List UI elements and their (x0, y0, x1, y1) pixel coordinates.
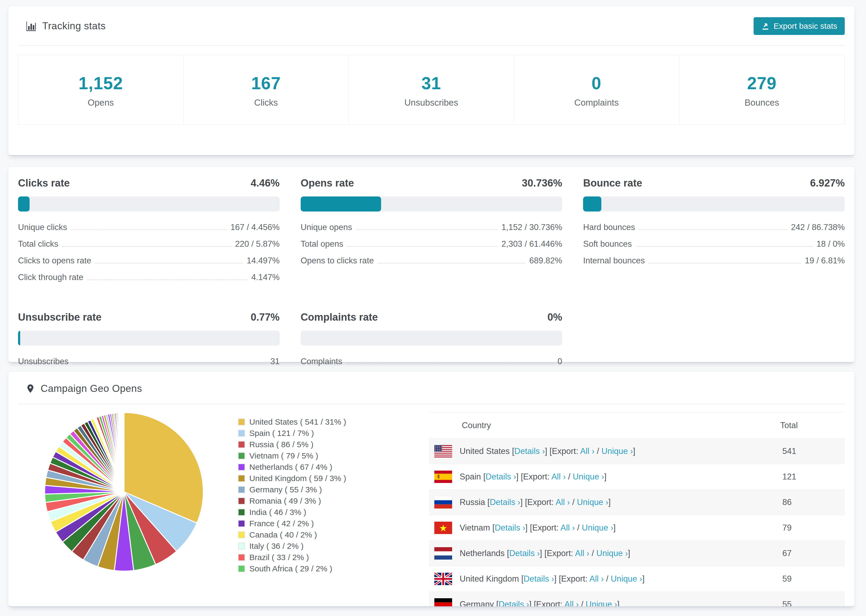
details-link[interactable]: Details › (486, 472, 516, 481)
detail-value: 2,303 / 61.446% (502, 239, 562, 249)
details-link[interactable]: Details › (490, 498, 520, 507)
rate-progress-fill (583, 196, 601, 212)
pie-slice-other-53[interactable] (124, 413, 124, 492)
legend-item-india: India ( 46 / 3% ) (238, 507, 399, 518)
stat-label: Bounces (679, 97, 844, 108)
country-links: United States [Details ›] [Export: All ›… (460, 446, 635, 456)
table-row-de: Germany [Details ›] [Export: All › / Uni… (429, 592, 845, 607)
rate-progress-fill (18, 196, 30, 212)
detail-value: 689.82% (529, 256, 562, 266)
gb-flag-icon (435, 573, 452, 585)
legend-item-romania: Romania ( 49 / 3% ) (238, 495, 399, 507)
export-basic-stats-button[interactable]: Export basic stats (754, 17, 845, 35)
rate-detail-row: Unique clicks167 / 4.456% (18, 222, 280, 233)
rate-title: Complaints rate (301, 311, 378, 323)
stat-value: 1,152 (18, 73, 183, 93)
table-row-nl: Netherlands [Details ›] [Export: All › /… (429, 541, 845, 566)
stat-cell-opens: 1,152Opens (18, 55, 183, 124)
details-link[interactable]: Details › (499, 600, 529, 607)
geo-header: Campaign Geo Opens (8, 371, 855, 404)
export-all-link[interactable]: All › (589, 574, 603, 583)
export-all-link[interactable]: All › (564, 600, 578, 607)
export-unique-link[interactable]: Unique › (586, 600, 617, 607)
legend-swatch (238, 509, 245, 516)
detail-value: 0 (557, 357, 562, 366)
detail-value: 242 / 86.738% (791, 222, 845, 233)
export-unique-link[interactable]: Unique › (582, 523, 613, 533)
export-unique-link[interactable]: Unique › (577, 498, 608, 507)
rate-header: Clicks rate4.46% (18, 178, 280, 189)
stat-value: 31 (349, 73, 514, 93)
rate-block-opens-rate: Opens rate30.736%Unique opens1,152 / 30.… (301, 175, 562, 289)
legend-label: South Africa ( 29 / 2% ) (249, 564, 332, 573)
export-all-link[interactable]: All › (561, 523, 575, 533)
header-divider (18, 45, 845, 46)
rate-title: Bounce rate (583, 178, 642, 189)
total-value: 79 (780, 515, 845, 541)
legend-label: France ( 42 / 2% ) (249, 519, 314, 528)
total-value: 55 (780, 592, 845, 607)
export-unique-link[interactable]: Unique › (573, 472, 604, 481)
de-flag-icon (435, 598, 452, 607)
export-unique-link[interactable]: Unique › (596, 548, 628, 558)
legend-item-south-africa: South Africa ( 29 / 2% ) (238, 563, 399, 574)
details-link[interactable]: Details › (494, 523, 525, 533)
rate-header: Unsubscribe rate0.77% (18, 311, 280, 323)
detail-value: 1,152 / 30.736% (502, 222, 562, 233)
rate-progress-fill (18, 331, 20, 346)
table-row-gb: United Kingdom [Details ›] [Export: All … (429, 566, 845, 592)
rate-title: Unsubscribe rate (18, 311, 101, 323)
export-all-link[interactable]: All › (580, 446, 594, 456)
column-header-country: Country (429, 413, 780, 438)
details-link[interactable]: Details › (514, 446, 545, 456)
legend-swatch (238, 498, 245, 504)
stat-label: Opens (18, 97, 183, 108)
dotted-leader (649, 263, 801, 263)
column-header-total: Total (780, 413, 845, 438)
export-unique-link[interactable]: Unique › (601, 446, 633, 456)
campaign-geo-opens-card: Campaign Geo Opens United States ( 541 /… (8, 371, 855, 607)
legend-item-united-kingdom: United Kingdom ( 59 / 3% ) (238, 473, 399, 484)
export-all-link[interactable]: All › (556, 498, 570, 507)
legend-item-spain: Spain ( 121 / 7% ) (238, 427, 399, 439)
stat-cell-bounces: 279Bounces (679, 55, 844, 124)
rate-block-unsubscribe-rate: Unsubscribe rate0.77%Unsubscribes31 (18, 309, 280, 373)
rate-detail-row: Click through rate4.147% (18, 272, 280, 283)
legend-item-vietnam: Vietnam ( 79 / 5% ) (238, 450, 399, 462)
rate-block-clicks-rate: Clicks rate4.46%Unique clicks167 / 4.456… (18, 175, 280, 289)
export-all-link[interactable]: All › (575, 548, 589, 558)
stat-label: Complaints (514, 97, 679, 108)
legend-label: Romania ( 49 / 3% ) (249, 497, 321, 506)
dotted-leader (639, 229, 787, 230)
legend-item-germany: Germany ( 55 / 3% ) (238, 484, 399, 495)
stats-summary-grid: 1,152Opens167Clicks31Unsubscribes0Compla… (18, 55, 845, 125)
stat-value: 167 (183, 73, 348, 93)
details-link[interactable]: Details › (524, 574, 554, 583)
dotted-leader (72, 364, 266, 364)
legend-item-italy: Italy ( 36 / 2% ) (238, 541, 399, 552)
rate-title: Clicks rate (18, 178, 70, 189)
detail-label: Unsubscribes (18, 357, 69, 366)
legend-swatch (238, 475, 245, 482)
detail-label: Soft bounces (583, 239, 632, 249)
legend-item-brazil: Brazil ( 33 / 2% ) (238, 552, 399, 563)
stat-cell-complaints: 0Complaints (514, 55, 679, 124)
details-link[interactable]: Details › (509, 548, 540, 558)
legend-label: Spain ( 121 / 7% ) (249, 429, 314, 438)
total-value: 86 (780, 490, 845, 515)
rate-detail-row: Clicks to opens rate14.497% (18, 256, 280, 266)
detail-label: Hard bounces (583, 222, 635, 233)
dotted-leader (71, 229, 227, 230)
table-row-vn: Vietnam [Details ›] [Export: All › / Uni… (429, 515, 845, 541)
rate-value: 30.736% (522, 178, 562, 189)
nl-flag-icon (435, 547, 452, 559)
bar-chart-icon (25, 20, 37, 32)
rate-detail-row: Hard bounces242 / 86.738% (583, 222, 845, 233)
rate-block-bounce-rate: Bounce rate6.927%Hard bounces242 / 86.73… (583, 175, 845, 289)
detail-label: Complaints (301, 357, 342, 366)
export-all-link[interactable]: All › (551, 472, 565, 481)
export-unique-link[interactable]: Unique › (611, 574, 642, 583)
rate-detail-row: Unsubscribes31 (18, 357, 280, 366)
legend-swatch (238, 554, 245, 561)
rate-title: Opens rate (301, 178, 354, 189)
